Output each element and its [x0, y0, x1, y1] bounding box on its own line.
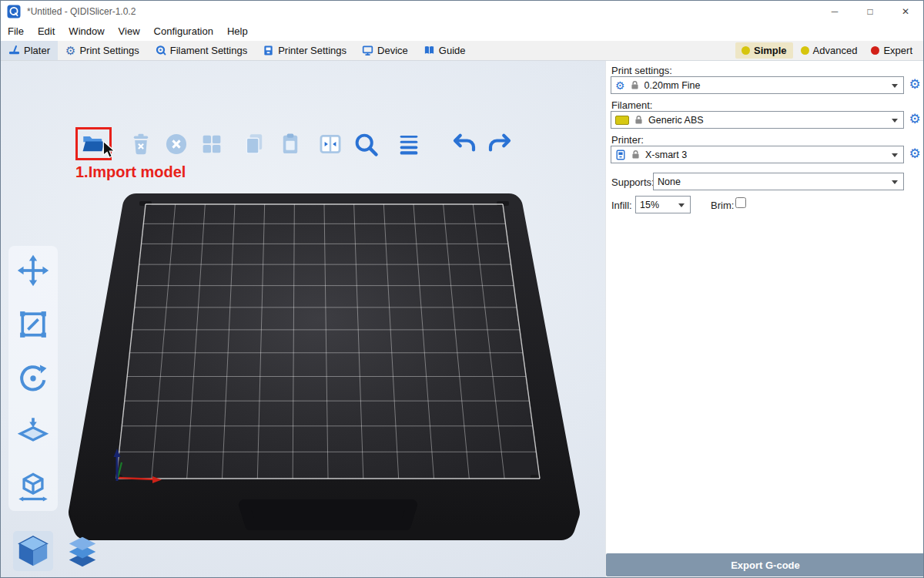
plater-icon — [8, 45, 20, 56]
tab-device[interactable]: Device — [354, 41, 416, 60]
close-button[interactable]: ✕ — [888, 1, 923, 22]
chevron-down-icon — [892, 153, 898, 157]
chevron-down-icon — [892, 119, 898, 123]
viewport-3d[interactable]: 1.Import model — [1, 61, 605, 578]
tab-print-settings[interactable]: ⚙ Print Settings — [58, 41, 147, 60]
redo-button[interactable] — [483, 127, 517, 161]
mode-label: Simple — [754, 45, 787, 56]
measure-gizmo-button[interactable] — [15, 468, 52, 505]
rotate-icon — [16, 361, 50, 395]
mode-advanced[interactable]: Advanced — [795, 42, 864, 59]
printer-label: Printer: — [611, 134, 644, 146]
printer-gear-button[interactable]: ⚙ — [908, 147, 922, 161]
tab-plater[interactable]: Plater — [1, 41, 58, 60]
split-objects-button[interactable] — [313, 127, 347, 161]
tab-filament-settings[interactable]: Filament Settings — [147, 41, 255, 60]
infill-label: Infill: — [611, 200, 632, 211]
place-on-face-gizmo-button[interactable] — [15, 414, 52, 451]
layers-icon — [396, 131, 422, 157]
supports-value: None — [658, 176, 681, 187]
tab-label: Print Settings — [79, 45, 139, 56]
app-logo-icon — [7, 5, 21, 18]
advanced-mode-icon — [801, 46, 809, 55]
arrange-button[interactable] — [195, 127, 229, 161]
scale-icon — [16, 307, 50, 341]
gizmo-toolbar — [8, 246, 58, 511]
guide-book-icon — [424, 45, 435, 56]
maximize-button[interactable]: □ — [852, 1, 888, 22]
tab-printer-settings[interactable]: Printer Settings — [255, 41, 354, 60]
mouse-cursor-icon — [102, 140, 116, 159]
menu-view[interactable]: View — [112, 22, 147, 41]
mode-simple[interactable]: Simple — [735, 42, 793, 59]
filament-color-swatch — [615, 116, 629, 125]
view-3d-button[interactable] — [13, 531, 53, 571]
supports-select[interactable]: None — [653, 173, 904, 190]
scale-gizmo-button[interactable] — [15, 306, 52, 343]
copy-button[interactable] — [238, 127, 272, 161]
view-switcher — [13, 531, 102, 571]
filament-select[interactable]: Generic ABS — [611, 111, 904, 129]
mode-label: Advanced — [813, 45, 858, 56]
window-title: *Untitled - QIDISlicer-1.0.2 — [27, 6, 136, 17]
infill-value: 15% — [640, 200, 659, 210]
chevron-down-icon — [678, 203, 685, 207]
menu-file[interactable]: File — [1, 22, 31, 41]
tab-label: Device — [377, 45, 408, 56]
delete-button[interactable] — [124, 127, 158, 161]
infill-select[interactable]: 15% — [635, 196, 691, 213]
tab-label: Filament Settings — [170, 45, 247, 56]
chevron-down-icon — [892, 180, 898, 184]
paste-button[interactable] — [273, 127, 307, 161]
mode-label: Expert — [883, 45, 912, 56]
mode-switcher: Simple Advanced Expert — [735, 41, 923, 60]
trash-icon — [128, 131, 154, 157]
search-button[interactable] — [349, 127, 383, 161]
tab-label: Plater — [24, 45, 50, 56]
menu-edit[interactable]: Edit — [31, 22, 62, 41]
paste-clipboard-icon — [277, 131, 303, 157]
circle-x-icon — [163, 131, 189, 157]
title-bar: *Untitled - QIDISlicer-1.0.2 ─ □ ✕ — [1, 1, 923, 22]
printer-value: X-smart 3 — [645, 150, 687, 160]
tab-guide[interactable]: Guide — [416, 41, 474, 60]
filament-value: Generic ABS — [648, 115, 704, 126]
variable-layer-height-button[interactable] — [392, 127, 426, 161]
brim-checkbox[interactable] — [735, 197, 746, 208]
simple-mode-icon — [742, 46, 750, 55]
delete-all-button[interactable] — [159, 127, 193, 161]
print-settings-label: Print settings: — [611, 65, 672, 76]
export-gcode-button[interactable]: Export G-code — [606, 553, 924, 576]
filament-gear-button[interactable]: ⚙ — [908, 113, 922, 126]
print-settings-value: 0.20mm Fine — [644, 80, 701, 91]
arrange-grid-icon — [199, 131, 225, 157]
tab-label: Printer Settings — [278, 45, 346, 56]
qidislicer-window: *Untitled - QIDISlicer-1.0.2 ─ □ ✕ File … — [0, 0, 924, 578]
minimize-button[interactable]: ─ — [817, 1, 852, 22]
undo-arrow-icon — [450, 130, 478, 158]
mode-expert[interactable]: Expert — [865, 42, 919, 59]
search-icon — [352, 130, 380, 158]
move-icon — [16, 254, 50, 287]
filament-label: Filament: — [611, 99, 652, 111]
print-settings-select[interactable]: ⚙ 0.20mm Fine — [611, 76, 904, 94]
lock-icon — [630, 80, 640, 90]
menu-help[interactable]: Help — [220, 22, 255, 41]
flatten-icon — [16, 415, 50, 449]
measure-cube-icon — [16, 469, 50, 503]
printer-select[interactable]: X-smart 3 — [611, 146, 904, 163]
copy-icon — [242, 131, 268, 157]
lock-icon — [634, 115, 644, 125]
move-gizmo-button[interactable] — [15, 252, 52, 289]
undo-button[interactable] — [447, 127, 481, 161]
filament-icon — [155, 45, 166, 56]
menu-window[interactable]: Window — [62, 22, 111, 41]
chevron-down-icon — [892, 84, 898, 88]
preview-layers-icon — [65, 533, 100, 569]
supports-label: Supports: — [611, 176, 654, 188]
menu-configuration[interactable]: Configuration — [147, 22, 220, 41]
preview-button[interactable] — [62, 531, 102, 571]
print-settings-gear-button[interactable]: ⚙ — [908, 78, 922, 92]
cube-3d-icon — [15, 533, 51, 569]
rotate-gizmo-button[interactable] — [15, 360, 52, 397]
